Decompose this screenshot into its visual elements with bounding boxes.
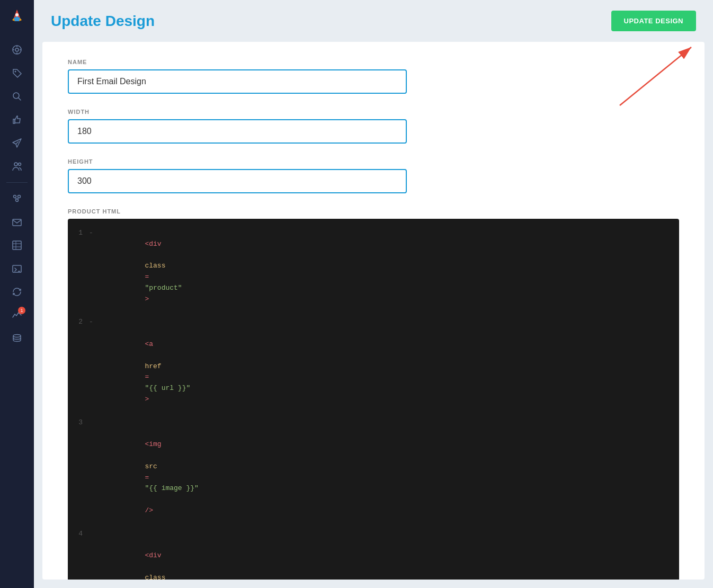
tag-icon[interactable] <box>6 63 28 84</box>
svg-line-16 <box>16 141 19 144</box>
svg-point-18 <box>19 163 21 166</box>
send-icon[interactable] <box>6 132 28 154</box>
thumbs-up-icon[interactable] <box>6 109 28 130</box>
users-icon[interactable] <box>6 156 28 177</box>
html-label: PRODUCT HTML <box>68 208 679 215</box>
database-icon[interactable] <box>6 328 28 349</box>
update-design-button[interactable]: UPDATE DESIGN <box>611 11 696 31</box>
terminal-icon[interactable] <box>6 258 28 279</box>
search-icon[interactable] <box>6 86 28 107</box>
code-line-2: 2 - <a href = "{{ url }}" > <box>68 316 679 416</box>
svg-rect-25 <box>13 241 21 250</box>
svg-rect-15 <box>13 119 15 123</box>
header: Update Design UPDATE DESIGN <box>34 0 713 42</box>
html-field-group: PRODUCT HTML 1 - <div class = "product" … <box>68 208 679 580</box>
svg-point-12 <box>15 71 16 73</box>
name-input[interactable] <box>68 69 407 94</box>
sidebar-divider <box>6 182 28 183</box>
table-icon[interactable] <box>6 235 28 256</box>
code-line-3: 3 <img src = "{{ image }}" /> <box>68 417 679 528</box>
width-input[interactable] <box>68 119 407 144</box>
width-field-group: WIDTH <box>68 109 679 144</box>
email-icon[interactable] <box>6 211 28 233</box>
svg-point-21 <box>16 199 19 202</box>
svg-point-20 <box>18 195 21 198</box>
main-content: Update Design UPDATE DESIGN NAME WIDTH H… <box>34 0 713 588</box>
dashboard-icon[interactable] <box>6 39 28 60</box>
svg-point-13 <box>13 93 19 99</box>
page-title: Update Design <box>51 13 155 30</box>
svg-line-14 <box>19 98 21 100</box>
activity-icon[interactable]: 1 <box>6 305 28 326</box>
svg-point-19 <box>14 195 16 198</box>
svg-point-5 <box>15 13 19 16</box>
name-label: NAME <box>68 59 679 65</box>
code-line-4: 4 <div class = "product-name" > {{ name … <box>68 528 679 580</box>
form-content: NAME WIDTH HEIGHT PRODUCT HTML 1 - <div <box>42 42 705 580</box>
svg-point-7 <box>15 48 19 51</box>
code-editor[interactable]: 1 - <div class = "product" > 2 - <box>68 219 679 580</box>
name-field-group: NAME <box>68 59 679 94</box>
svg-line-23 <box>17 198 19 199</box>
logo[interactable] <box>6 6 28 28</box>
svg-point-31 <box>13 335 21 337</box>
notification-badge: 1 <box>18 307 25 314</box>
svg-point-17 <box>14 163 17 166</box>
width-label: WIDTH <box>68 109 679 115</box>
height-field-group: HEIGHT <box>68 158 679 193</box>
sidebar: 1 <box>0 0 34 588</box>
svg-rect-24 <box>13 219 21 226</box>
refresh-icon[interactable] <box>6 281 28 302</box>
code-line-1: 1 - <div class = "product" > <box>68 227 679 316</box>
height-label: HEIGHT <box>68 158 679 165</box>
group-icon[interactable] <box>6 188 28 209</box>
svg-line-22 <box>15 198 17 199</box>
height-input[interactable] <box>68 169 407 193</box>
